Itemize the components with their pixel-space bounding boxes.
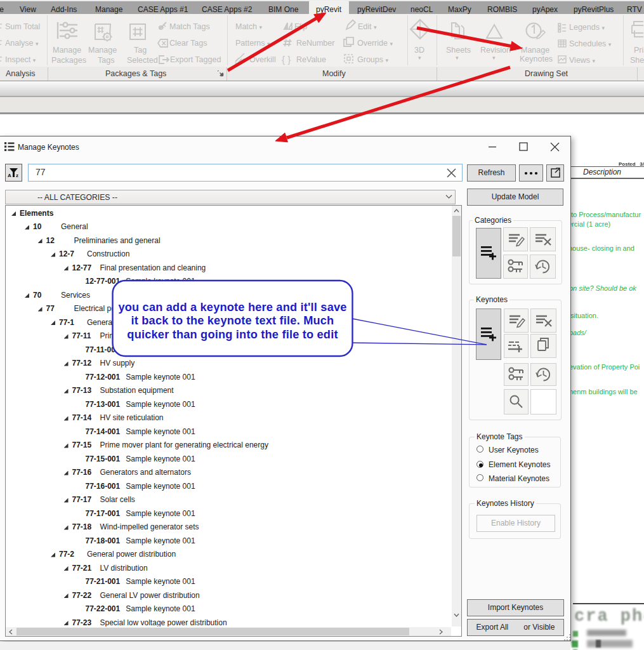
svg-text:A: A	[8, 173, 11, 178]
svg-text:z: z	[16, 173, 18, 178]
